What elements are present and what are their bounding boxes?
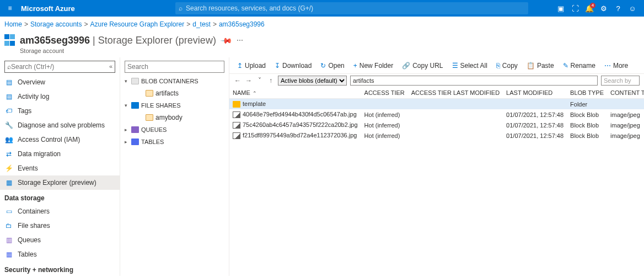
tree-child-node[interactable]: artifacts [120,87,229,99]
column-header[interactable]: CONTENT TYPE [607,87,644,99]
chevron-right-icon: > [186,20,190,28]
nav-item-label: Overview [18,78,45,86]
collapse-button[interactable]: « [109,63,112,70]
nav-item-overview[interactable]: ▤Overview [0,75,120,89]
table-row[interactable]: f215df89975449a9bd72a4e112372036.jpgHot … [229,130,644,141]
menu-search-input[interactable] [11,63,112,71]
nav-item-containers[interactable]: ▭Containers [0,204,120,219]
cell: Block Blob [567,109,607,120]
menu-search[interactable]: ⌕ [4,61,115,73]
toolbar-upload-button[interactable]: ↥Upload [234,61,269,71]
nav-item-label: Containers [18,207,50,215]
nav-item-se[interactable]: ▦Storage Explorer (preview) [0,175,120,190]
more-icon[interactable]: ⋯ [237,36,243,44]
search-icon: ⌕ [179,4,183,12]
caret-right-icon[interactable]: ▸ [122,139,129,145]
tree-node[interactable]: ▸TABLES [120,136,229,148]
cell: Hot (inferred) [361,130,408,141]
column-header[interactable]: LAST MODIFIED [503,87,567,99]
table-row[interactable]: 40648e79ef9d4944b430f4d5c06547ab.jpgHot … [229,109,644,120]
global-search-input[interactable] [186,4,525,12]
grid-search[interactable]: Search by [601,76,640,86]
column-header[interactable]: ACCESS TIER LAST MODIFIED [408,87,503,99]
toolbar-open-button[interactable]: ↻Open [317,61,347,71]
nav-item-activity[interactable]: ▤Activity log [0,89,120,104]
down-icon[interactable]: ˅ [256,77,264,84]
breadcrumb-link[interactable]: Azure Resource Graph Explorer [90,20,184,28]
breadcrumb-link[interactable]: am365seg3996 [219,20,265,28]
breadcrumb-link[interactable]: Storage accounts [30,20,82,28]
column-header[interactable]: NAME⌃ [229,87,361,99]
folder-icon [233,101,240,108]
toolbar: ↥Upload↧Download↻Open+New Folder🔗Copy UR… [229,57,644,74]
nav-item-diag[interactable]: 🔧Diagnose and solve problems [0,118,120,132]
back-icon[interactable]: ← [234,77,242,84]
nav-item-events[interactable]: ⚡Events [0,161,120,175]
breadcrumb: Home>Storage accounts>Azure Resource Gra… [0,17,644,30]
toolbar-button-label: Select All [460,62,487,70]
migrate-icon: ⇄ [4,150,13,158]
toolbar-select-all-button[interactable]: ☰Select All [449,61,491,71]
nav-item-iam[interactable]: 👥Access Control (IAM) [0,132,120,147]
toolbar-paste-button[interactable]: 📋Paste [523,61,557,71]
upload-icon: ↥ [237,62,243,70]
tree-child-node[interactable]: amybody [120,111,229,124]
path-input[interactable]: artifacts [350,76,598,86]
nav-item-queues[interactable]: ▥Queues [0,233,120,247]
tree-node[interactable]: ▾FILE SHARES [120,99,229,111]
events-icon: ⚡ [4,164,13,173]
toolbar-download-button[interactable]: ↧Download [271,61,315,71]
notifications-icon[interactable]: 🔔4 [582,4,597,13]
toolbar-more-button[interactable]: ⋯More [601,61,631,71]
caret-down-icon[interactable]: ▾ [122,78,129,84]
nav-item-tables[interactable]: ▦Tables [0,247,120,262]
directories-icon[interactable]: ⛶ [568,4,582,13]
tree-node[interactable]: ▾BLOB CONTAINERS [120,75,229,87]
column-header[interactable]: ACCESS TIER [361,87,408,99]
column-header[interactable]: BLOB TYPE [567,87,607,99]
up-icon[interactable]: ↑ [267,77,275,84]
toolbar-copy-url-button[interactable]: 🔗Copy URL [399,61,446,71]
blob-filter-select[interactable]: Active blobs (default) [278,76,347,86]
page-title: am365seg3996 | Storage Explorer (preview… [20,35,216,46]
new-folder-icon: + [353,62,357,70]
hamburger-icon[interactable]: ≡ [4,4,15,12]
tree-node-label: BLOB CONTAINERS [141,78,227,84]
chevron-right-icon: > [24,20,28,28]
brand: Microsoft Azure [21,4,175,13]
cell-name: 75c4260ab4c6457a943575f222ca20b2.jpg [229,120,361,130]
content-pane: ↥Upload↧Download↻Open+New Folder🔗Copy UR… [229,57,644,276]
global-search[interactable]: ⌕ [175,2,528,14]
nav-item-migrate[interactable]: ⇄Data migration [0,147,120,161]
nav-section-head: Security + networking [0,262,120,276]
nav-item-fileshares[interactable]: 🗀File shares [0,219,120,233]
page-subtitle: Storage account [20,47,644,54]
toolbar-rename-button[interactable]: ✎Rename [560,61,599,71]
cell: 01/07/2021, 12:57:48 [503,120,567,130]
breadcrumb-link[interactable]: d_test [192,20,211,28]
rename-icon: ✎ [563,62,568,70]
cell: image/jpeg [607,109,644,120]
forward-icon[interactable]: → [245,77,253,84]
nav-item-label: Tags [18,107,31,115]
nav-item-tags[interactable]: 🏷Tags [0,104,120,118]
tree-search[interactable] [125,61,224,73]
caret-down-icon[interactable]: ▾ [122,103,129,108]
tree-node[interactable]: ▸QUEUES [120,124,229,136]
pin-icon[interactable]: 📌 [220,34,233,46]
settings-icon[interactable]: ⚙ [597,4,611,13]
feedback-icon[interactable]: ☺ [625,4,640,13]
table-row[interactable]: templateFolder [229,99,644,110]
tree-node-label: FILE SHARES [141,102,227,109]
cell-name: 40648e79ef9d4944b430f4d5c06547ab.jpg [229,109,361,120]
breadcrumb-link[interactable]: Home [4,20,22,28]
tree-search-input[interactable] [127,63,222,71]
cloud-shell-icon[interactable]: ▣ [554,4,568,13]
cell: image/jpeg [607,120,644,130]
table-row[interactable]: 75c4260ab4c6457a943575f222ca20b2.jpgHot … [229,120,644,130]
help-icon[interactable]: ? [611,4,625,13]
toolbar-new-folder-button[interactable]: +New Folder [350,61,396,71]
toolbar-copy-button[interactable]: ⎘Copy [493,61,521,71]
toolbar-button-label: Rename [571,62,595,70]
caret-right-icon[interactable]: ▸ [122,127,129,132]
